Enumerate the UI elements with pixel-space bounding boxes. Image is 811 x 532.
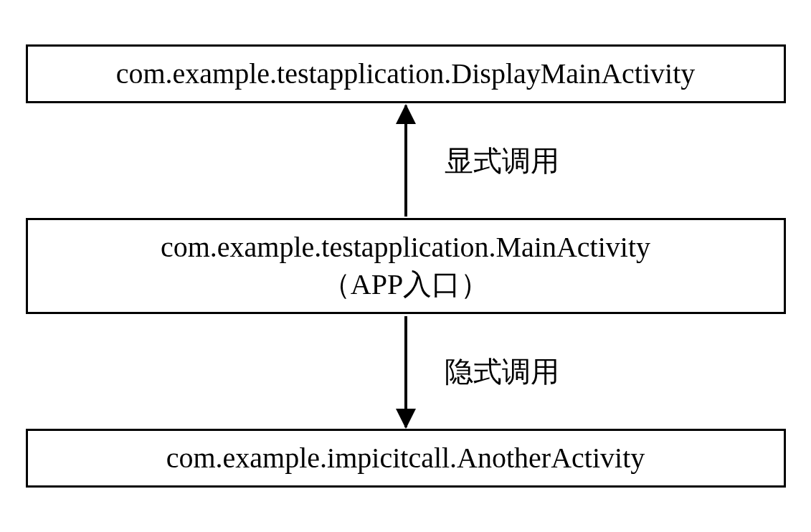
diagram-container: com.example.testapplication.DisplayMainA…	[14, 44, 797, 488]
node-text: com.example.impicitcall.AnotherActivity	[166, 442, 645, 474]
connector-top: 显式调用	[14, 103, 797, 218]
edge-label-explicit: 显式调用	[445, 141, 559, 181]
arrow-down-icon	[404, 316, 407, 427]
node-display-main-activity: com.example.testapplication.DisplayMainA…	[26, 44, 786, 103]
connector-bottom: 隐式调用	[14, 314, 797, 429]
arrow-up-icon	[404, 105, 407, 217]
node-text-line2: （APP入口）	[49, 266, 762, 303]
edge-label-implicit: 隐式调用	[445, 352, 559, 391]
node-text: com.example.testapplication.DisplayMainA…	[116, 57, 696, 90]
node-main-activity: com.example.testapplication.MainActivity…	[26, 218, 786, 314]
node-another-activity: com.example.impicitcall.AnotherActivity	[26, 429, 786, 488]
node-text-line1: com.example.testapplication.MainActivity	[49, 229, 762, 266]
